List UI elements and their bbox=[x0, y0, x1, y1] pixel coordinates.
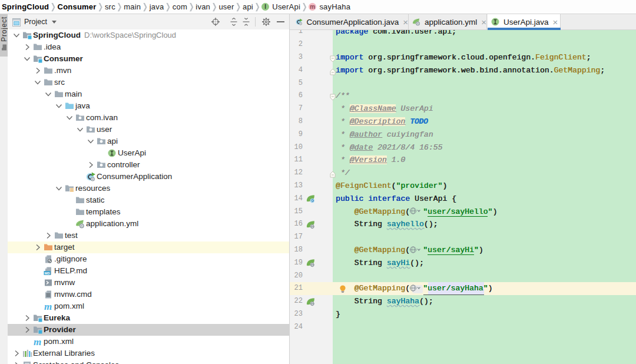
svg-text:m: m bbox=[34, 337, 41, 346]
svg-text:MD: MD bbox=[45, 272, 50, 275]
svg-text:m: m bbox=[44, 302, 52, 311]
